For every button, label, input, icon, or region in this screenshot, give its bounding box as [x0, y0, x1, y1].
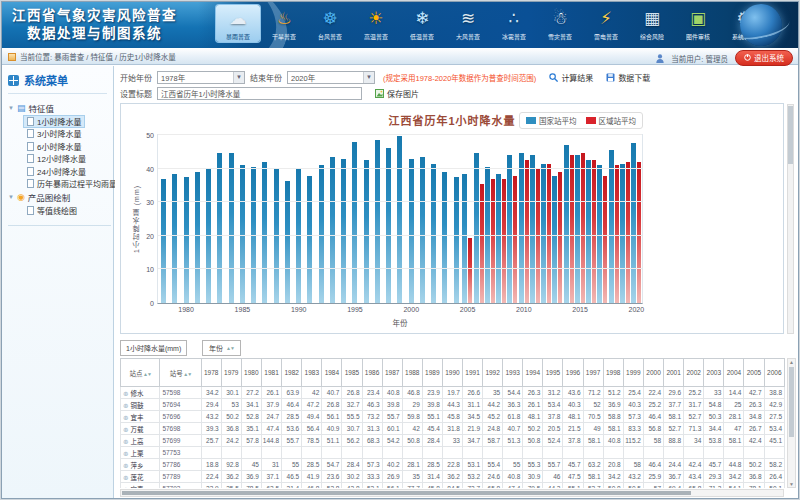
value-cell — [724, 447, 744, 459]
table-vertical-scrollbar[interactable]: ▲ ▼ — [787, 358, 796, 488]
value-cell — [261, 447, 281, 459]
column-header-year-1984[interactable]: 1984 — [322, 359, 342, 387]
column-header-station-id[interactable]: 站号 ▲▼ — [160, 359, 201, 387]
value-cell: 46.5 — [282, 471, 302, 483]
row-expander-icon[interactable]: ⊕ — [123, 414, 128, 421]
column-header-year-2002[interactable]: 2002 — [684, 359, 704, 387]
column-header-year-2005[interactable]: 2005 — [744, 359, 764, 387]
tree-toggle-icon[interactable]: ▼ — [8, 194, 14, 200]
legend-entry-区域站平均[interactable]: 区域站平均 — [586, 115, 637, 126]
column-header-year-1980[interactable]: 1980 — [241, 359, 261, 387]
column-header-year-1978[interactable]: 1978 — [201, 359, 221, 387]
scrollbar-thumb[interactable] — [788, 106, 793, 164]
column-header-year-1988[interactable]: 1988 — [402, 359, 422, 387]
column-header-year-1991[interactable]: 1991 — [462, 359, 482, 387]
chart-title-input[interactable]: 江西省历年1小时降水量 — [157, 87, 362, 100]
row-expander-icon[interactable]: ⊕ — [123, 486, 128, 489]
save-image-button[interactable]: 保存图片 — [375, 88, 419, 99]
toolbar-item-freeze[interactable]: ❄低温普查 — [400, 5, 444, 42]
gridline — [158, 235, 642, 236]
value-cell — [664, 447, 684, 459]
value-cell: 55.7 — [282, 435, 302, 447]
sidebar-group-0[interactable]: ▼▤特征值 — [8, 101, 111, 115]
snow-icon: ☃ — [538, 7, 582, 31]
toolbar-item-rainstorm[interactable]: ☁暴雨普查 — [216, 5, 260, 42]
column-header-year-1981[interactable]: 1981 — [261, 359, 281, 387]
bar-regional-2019 — [626, 162, 630, 303]
table-horizontal-scrollbar[interactable] — [120, 489, 784, 497]
value-cell: 55 — [282, 459, 302, 471]
data-download-button[interactable]: 数据下载 — [606, 72, 650, 83]
row-expander-icon[interactable]: ⊕ — [123, 450, 128, 457]
column-header-year-1998[interactable]: 1998 — [603, 359, 623, 387]
toolbar-item-wind[interactable]: ≋大风普查 — [446, 5, 490, 42]
scroll-up-icon[interactable]: ▲ — [788, 359, 795, 365]
column-header-year-2001[interactable]: 2001 — [664, 359, 684, 387]
column-header-year-1996[interactable]: 1996 — [563, 359, 583, 387]
column-header-year-1995[interactable]: 1995 — [543, 359, 563, 387]
row-expander-icon[interactable]: ⊕ — [123, 402, 128, 409]
column-header-station[interactable]: 站点 ▲▼ — [121, 359, 160, 387]
user-icon — [656, 54, 664, 63]
toolbar-item-drought[interactable]: ♨干旱普查 — [262, 5, 306, 42]
sidebar-item-等值线绘图[interactable]: 等值线绘图 — [23, 204, 81, 217]
scrollbar-thumb[interactable] — [122, 491, 691, 495]
row-expander-icon[interactable]: ⊕ — [123, 390, 128, 397]
sort-arrows-icon: ▲▼ — [183, 371, 191, 377]
search-icon — [549, 73, 558, 82]
end-year-select[interactable]: 2020年▼ — [287, 71, 375, 84]
value-cell: 34.2 — [201, 387, 221, 399]
column-header-year-1985[interactable]: 1985 — [342, 359, 362, 387]
toolbar-item-lightning[interactable]: ⚡雷电普查 — [584, 5, 628, 42]
column-header-year-2000[interactable]: 2000 — [643, 359, 663, 387]
value-cell: 18.8 — [201, 459, 221, 471]
column-header-year-1983[interactable]: 1983 — [302, 359, 322, 387]
value-cell: 53.4 — [543, 399, 563, 411]
sidebar-item-1小时降水量[interactable]: 1小时降水量 — [23, 115, 85, 128]
sub-bar: 当前位置: 暴雨普查 / 特征值 / 历史1小时降水量 当前用户: 管理员 退出… — [2, 48, 798, 65]
toolbar-item-snow[interactable]: ☃雪灾普查 — [538, 5, 582, 42]
column-header-year-2006[interactable]: 2006 — [764, 359, 784, 387]
sidebar-item-3小时降水量[interactable]: 3小时降水量 — [23, 128, 85, 141]
toolbar-item-hail[interactable]: ∴冰雹普查 — [492, 5, 536, 42]
legend-entry-国家站平均[interactable]: 国家站平均 — [526, 115, 577, 126]
toolbar-item-map-review[interactable]: ▣图件审核 — [676, 5, 720, 42]
sidebar-item-6小时降水量[interactable]: 6小时降水量 — [23, 140, 85, 153]
value-cell: 51.1 — [322, 435, 342, 447]
column-header-year-1990[interactable]: 1990 — [442, 359, 462, 387]
sidebar-group-1[interactable]: ▼◉产品图绘制 — [8, 190, 111, 204]
column-header-year-1993[interactable]: 1993 — [503, 359, 523, 387]
toolbar-item-heat[interactable]: ☀高温普查 — [354, 5, 398, 42]
sidebar-item-12小时降水量[interactable]: 12小时降水量 — [23, 153, 90, 166]
row-expander-icon[interactable]: ⊕ — [123, 426, 128, 433]
column-header-year-2003[interactable]: 2003 — [704, 359, 724, 387]
toolbar-item-risk-calc[interactable]: ▦综合风险 — [630, 5, 674, 42]
tree-toggle-icon[interactable]: ▼ — [8, 105, 14, 111]
column-header-year-1997[interactable]: 1997 — [583, 359, 603, 387]
column-header-year-1992[interactable]: 1992 — [483, 359, 503, 387]
scrollbar-thumb[interactable] — [789, 367, 794, 437]
calc-result-button[interactable]: 计算结果 — [549, 72, 593, 83]
row-expander-icon[interactable]: ⊕ — [123, 474, 128, 481]
column-header-year-1989[interactable]: 1989 — [422, 359, 442, 387]
chart-vertical-scrollbar[interactable] — [787, 104, 794, 334]
column-header-year-1986[interactable]: 1986 — [362, 359, 382, 387]
toolbar-item-typhoon[interactable]: ☸台风普查 — [308, 5, 352, 42]
row-expander-icon[interactable]: ⊕ — [123, 462, 128, 469]
column-header-year-1979[interactable]: 1979 — [221, 359, 241, 387]
column-header-year-1999[interactable]: 1999 — [623, 359, 643, 387]
start-year-select[interactable]: 1978年▼ — [157, 71, 245, 84]
table-year-sort[interactable]: 年份▲▼ — [202, 340, 241, 356]
column-header-year-1982[interactable]: 1982 — [282, 359, 302, 387]
column-header-year-2004[interactable]: 2004 — [724, 359, 744, 387]
scroll-down-icon[interactable]: ▼ — [788, 481, 795, 487]
logout-button[interactable]: 退出系统 — [735, 50, 793, 66]
chart-plot: 年份 1小时降水量 (mm) 0102030405019801985199019… — [157, 134, 643, 304]
row-expander-icon[interactable]: ⊕ — [123, 438, 128, 445]
column-header-year-1994[interactable]: 1994 — [523, 359, 543, 387]
sidebar-item-label: 12小时降水量 — [37, 153, 86, 164]
sidebar-item-历年暴雨过程平均雨量[interactable]: 历年暴雨过程平均雨量 — [23, 178, 121, 191]
table-row: ⊕上高5769925.724.257.8144.855.778.551.156.… — [121, 435, 785, 447]
column-header-year-1987[interactable]: 1987 — [382, 359, 402, 387]
sidebar-item-24小时降水量[interactable]: 24小时降水量 — [23, 165, 90, 178]
